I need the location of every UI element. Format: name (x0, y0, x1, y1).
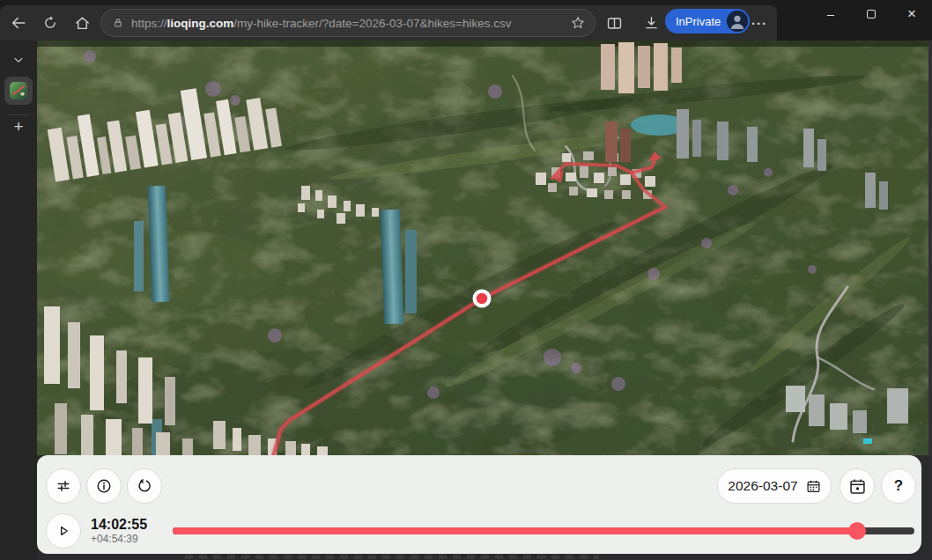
site-favicon (10, 82, 27, 99)
browser-toolbar: https://lioqing.com/my-hike-tracker/?dat… (0, 5, 777, 41)
slider-fill (173, 527, 857, 534)
calendar-day-icon (848, 477, 867, 496)
clipped-footer-row (185, 555, 599, 559)
window-controls: – × (810, 0, 932, 28)
rotate-reset-icon (136, 477, 153, 495)
tune-icon (55, 477, 72, 495)
lock-icon (112, 17, 124, 29)
split-screen-icon (606, 15, 623, 32)
window-right-edge (928, 41, 932, 455)
minimize-button[interactable]: – (810, 0, 851, 28)
timeline-slider[interactable] (173, 522, 914, 540)
favorite-button[interactable] (570, 15, 586, 31)
url-text: https://lioqing.com/my-hike-tracker/?dat… (131, 17, 570, 30)
split-screen-button[interactable] (602, 11, 626, 35)
today-button[interactable] (840, 468, 875, 504)
info-icon (95, 477, 113, 495)
playback-panel: 2026-03-07 ? (37, 455, 921, 554)
date-value: 2026-03-07 (728, 478, 797, 494)
settings-button[interactable] (46, 468, 81, 504)
address-bar[interactable]: https://lioqing.com/my-hike-tracker/?dat… (100, 9, 595, 37)
current-time: 14:02:55 (91, 516, 147, 533)
vertical-tabs-sidebar: + (0, 41, 37, 560)
maximize-icon (867, 10, 876, 18)
refresh-icon (42, 15, 58, 31)
calendar-icon (806, 479, 821, 494)
new-tab-button[interactable]: + (6, 114, 31, 139)
home-button[interactable] (70, 11, 94, 35)
date-picker[interactable]: 2026-03-07 (717, 468, 832, 504)
route-position-marker[interactable] (473, 290, 492, 308)
time-display: 14:02:55 +04:54:39 (91, 516, 147, 545)
bottom-zone: 2026-03-07 ? (37, 455, 932, 560)
question-icon: ? (894, 477, 903, 495)
refresh-button[interactable] (38, 11, 63, 35)
reset-view-button[interactable] (127, 468, 162, 504)
download-icon (643, 15, 660, 32)
elapsed-offset: +04:54:39 (91, 533, 147, 545)
titlebar: https://lioqing.com/my-hike-tracker/?dat… (0, 0, 932, 41)
info-button[interactable] (86, 468, 122, 504)
chevron-down-icon (11, 53, 26, 67)
play-button[interactable] (46, 513, 81, 549)
back-button[interactable] (6, 11, 31, 35)
slider-thumb[interactable] (848, 522, 866, 540)
browser-menu-button[interactable]: ··· (747, 11, 772, 35)
map-3d-view[interactable] (37, 41, 928, 455)
inprivate-label: InPrivate (676, 15, 721, 28)
play-icon (55, 522, 72, 540)
maximize-button[interactable] (851, 0, 891, 28)
map-canvas (37, 41, 928, 455)
star-icon (570, 15, 586, 31)
active-tab[interactable] (4, 77, 33, 105)
collapse-tabs-button[interactable] (6, 48, 31, 72)
home-icon (74, 15, 91, 32)
close-button[interactable]: × (891, 0, 932, 28)
back-arrow-icon (10, 14, 27, 32)
inprivate-badge[interactable]: InPrivate (665, 9, 750, 33)
browser-window: https://lioqing.com/my-hike-tracker/?dat… (0, 0, 932, 560)
help-button[interactable]: ? (881, 468, 916, 504)
downloads-button[interactable] (639, 11, 663, 35)
profile-avatar (727, 11, 748, 32)
